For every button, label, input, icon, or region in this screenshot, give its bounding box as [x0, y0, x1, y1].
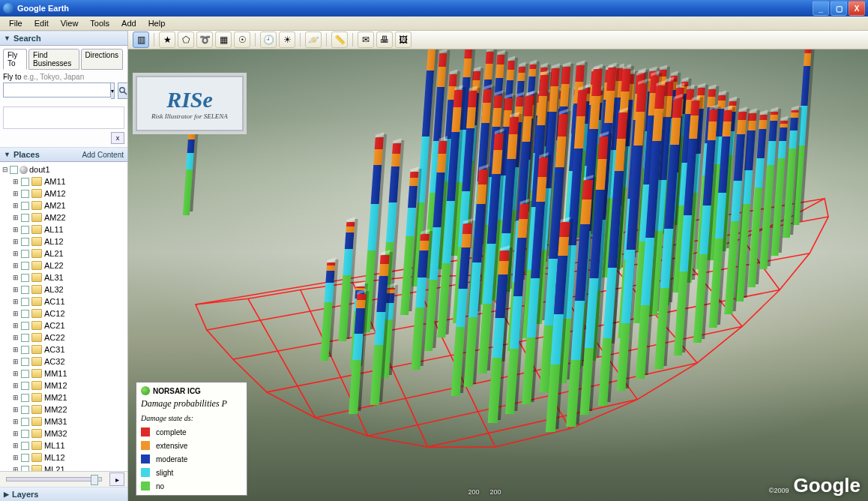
- menu-view[interactable]: View: [55, 18, 85, 28]
- tree-item[interactable]: ⊞ML21: [12, 464, 127, 471]
- menu-tools[interactable]: Tools: [84, 18, 115, 28]
- tree-item[interactable]: ⊞MM32: [12, 428, 127, 440]
- checkbox[interactable]: [21, 418, 29, 426]
- toolbar-sun-button[interactable]: ☀: [279, 32, 295, 48]
- add-content-link[interactable]: Add Content: [82, 151, 124, 159]
- checkbox[interactable]: [21, 382, 29, 390]
- checkbox[interactable]: [21, 250, 29, 258]
- window-maximize-button[interactable]: ▢: [831, 1, 847, 16]
- menu-add[interactable]: Add: [115, 18, 142, 28]
- toolbar-history-button[interactable]: 🕘: [260, 32, 277, 48]
- checkbox[interactable]: [21, 358, 29, 366]
- toolbar-email-button[interactable]: ✉: [358, 32, 374, 48]
- checkbox[interactable]: [21, 466, 29, 472]
- play-tour-button[interactable]: ▸: [109, 472, 124, 486]
- menu-help[interactable]: Help: [142, 18, 172, 28]
- tree-item[interactable]: ⊞MM22: [12, 404, 127, 416]
- checkbox[interactable]: [21, 202, 29, 210]
- expander-icon[interactable]: ⊞: [12, 334, 19, 341]
- checkbox[interactable]: [10, 166, 18, 174]
- search-tab-fly-to[interactable]: Fly To: [3, 49, 27, 70]
- expander-icon[interactable]: ⊞: [12, 394, 19, 401]
- menu-edit[interactable]: Edit: [28, 18, 55, 28]
- expander-icon[interactable]: ⊞: [12, 202, 19, 209]
- checkbox[interactable]: [21, 298, 29, 306]
- main-view[interactable]: ▥★⬠➰▦☉🕘☀🪐📏✉🖶🖼 RISe Risk Illustrator for …: [128, 31, 868, 501]
- expander-icon[interactable]: ⊞: [12, 298, 19, 305]
- search-dropdown-button[interactable]: ▾: [111, 82, 115, 99]
- expander-icon[interactable]: ⊞: [12, 466, 19, 471]
- search-go-button[interactable]: [118, 82, 128, 99]
- expander-icon[interactable]: ⊞: [12, 442, 19, 449]
- expander-icon[interactable]: ⊞: [12, 178, 19, 185]
- checkbox[interactable]: [21, 226, 29, 234]
- tree-item[interactable]: ⊞AC21: [12, 320, 127, 332]
- checkbox[interactable]: [21, 286, 29, 294]
- slider-thumb[interactable]: [91, 475, 98, 485]
- toolbar-path-button[interactable]: ➰: [196, 32, 213, 48]
- expand-icon[interactable]: ▶: [4, 490, 9, 498]
- toolbar-print-button[interactable]: 🖶: [376, 32, 393, 48]
- expander-icon[interactable]: ⊞: [12, 454, 19, 461]
- search-clear-button[interactable]: x: [111, 132, 124, 144]
- checkbox[interactable]: [21, 178, 29, 186]
- tree-root-item[interactable]: ⊟ dout1: [1, 164, 127, 176]
- checkbox[interactable]: [21, 394, 29, 402]
- tree-item[interactable]: ⊞AM21: [12, 200, 127, 212]
- tree-item[interactable]: ⊞AC31: [12, 344, 127, 356]
- toolbar-ruler-button[interactable]: 📏: [331, 32, 348, 48]
- checkbox[interactable]: [21, 214, 29, 222]
- toolbar-image-overlay-button[interactable]: ▦: [215, 32, 232, 48]
- expander-icon[interactable]: ⊞: [12, 430, 19, 437]
- tree-item[interactable]: ⊞MM11: [12, 368, 127, 380]
- search-panel-header[interactable]: ▼ Search: [0, 31, 127, 46]
- expander-icon[interactable]: ⊞: [12, 214, 19, 221]
- expander-icon[interactable]: ⊞: [12, 250, 19, 257]
- tree-item[interactable]: ⊞AL31: [12, 272, 127, 284]
- expander-icon[interactable]: ⊞: [12, 322, 19, 329]
- checkbox[interactable]: [21, 190, 29, 198]
- expander-icon[interactable]: ⊞: [12, 238, 19, 245]
- checkbox[interactable]: [21, 334, 29, 342]
- expander-icon[interactable]: ⊞: [12, 406, 19, 413]
- toolbar-placemark-button[interactable]: ★: [159, 32, 175, 48]
- search-tab-directions[interactable]: Directions: [81, 49, 123, 70]
- tree-item[interactable]: ⊞MM21: [12, 392, 127, 404]
- checkbox[interactable]: [21, 370, 29, 378]
- expander-icon[interactable]: ⊞: [12, 346, 19, 353]
- checkbox[interactable]: [21, 406, 29, 414]
- checkbox[interactable]: [21, 322, 29, 330]
- collapse-icon[interactable]: ▼: [4, 34, 10, 42]
- window-close-button[interactable]: X: [849, 1, 865, 16]
- expander-icon[interactable]: ⊟: [1, 166, 8, 173]
- tree-item[interactable]: ⊞AC11: [12, 296, 127, 308]
- tree-item[interactable]: ⊞AC32: [12, 356, 127, 368]
- places-panel-header[interactable]: ▼ Places Add Content: [0, 147, 127, 162]
- tree-item[interactable]: ⊞ML11: [12, 440, 127, 452]
- tree-item[interactable]: ⊞AL21: [12, 248, 127, 260]
- expander-icon[interactable]: ⊞: [12, 274, 19, 281]
- checkbox[interactable]: [21, 442, 29, 450]
- expander-icon[interactable]: ⊞: [12, 382, 19, 389]
- expander-icon[interactable]: ⊞: [12, 310, 19, 317]
- opacity-slider[interactable]: [6, 477, 102, 482]
- toolbar-planet-button[interactable]: 🪐: [305, 32, 322, 48]
- expander-icon[interactable]: ⊞: [12, 358, 19, 365]
- tree-item[interactable]: ⊞AM12: [12, 188, 127, 200]
- collapse-icon[interactable]: ▼: [4, 151, 10, 158]
- expander-icon[interactable]: ⊞: [12, 226, 19, 233]
- tree-item[interactable]: ⊞ML12: [12, 452, 127, 464]
- checkbox[interactable]: [21, 274, 29, 282]
- checkbox[interactable]: [21, 346, 29, 354]
- tree-item[interactable]: ⊞MM12: [12, 380, 127, 392]
- window-minimize-button[interactable]: _: [813, 1, 829, 16]
- expander-icon[interactable]: ⊞: [12, 190, 19, 197]
- places-tree[interactable]: ⊟ dout1 ⊞AM11⊞AM12⊞AM21⊞AM22⊞AL11⊞AL12⊞A…: [0, 162, 127, 471]
- toolbar-polygon-button[interactable]: ⬠: [178, 32, 194, 48]
- tree-item[interactable]: ⊞AM11: [12, 176, 127, 188]
- tree-item[interactable]: ⊞AC22: [12, 332, 127, 344]
- tree-item[interactable]: ⊞MM31: [12, 416, 127, 428]
- search-input[interactable]: [3, 82, 111, 98]
- globe-3d-view[interactable]: RISe Risk Illustrator for SELENA NORSAR …: [128, 49, 868, 501]
- layers-panel-header[interactable]: ▶ Layers: [0, 487, 127, 501]
